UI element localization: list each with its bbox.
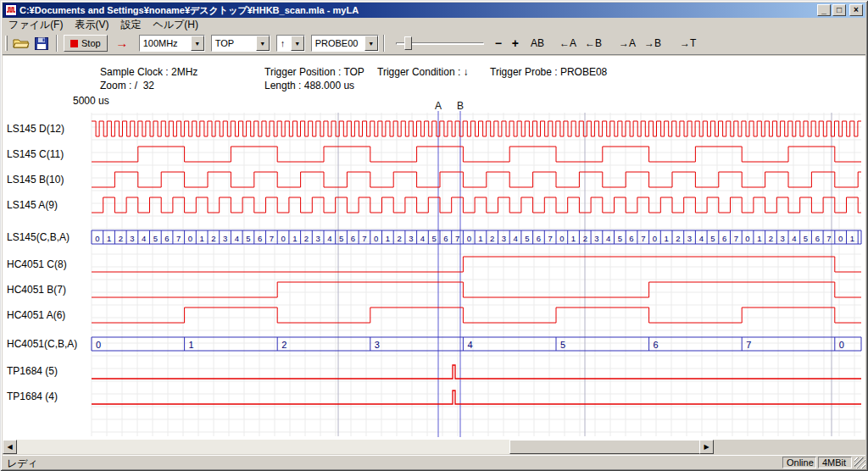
zoom-info: Zoom : / 32 (100, 80, 154, 91)
sample-clock-select[interactable]: 100MHz ▼ (139, 35, 205, 52)
goto-trigger-button[interactable]: →T (677, 37, 698, 49)
trigger-probe-select[interactable]: PROBE00 ▼ (311, 35, 379, 52)
trigger-position-value: TOP (212, 36, 256, 51)
title-bar[interactable]: C:¥Documents and Settings¥noname¥デスクトップ¥… (3, 3, 865, 18)
menu-settings[interactable]: 設定 (114, 17, 147, 33)
stop-button[interactable]: Stop (64, 35, 108, 52)
channel-label: LS145(C,B,A) (7, 231, 70, 243)
sample-clock-value: 100MHz (140, 36, 191, 51)
chevron-down-icon[interactable]: ▼ (364, 36, 378, 51)
chevron-down-icon[interactable]: ▼ (256, 36, 270, 51)
length-info: Length : 488.000 us (264, 80, 354, 91)
goto-b-right-button[interactable]: →B (642, 37, 664, 49)
zoom-slider[interactable] (396, 35, 484, 52)
menu-view[interactable]: 表示(V) (69, 17, 114, 33)
time-scale-label: 5000 us (73, 95, 109, 107)
channel-label: LS145 B(10) (7, 174, 64, 186)
floppy-disk-icon (34, 36, 49, 51)
waveform-panel[interactable] (3, 56, 865, 440)
scroll-left-icon[interactable]: ◀ (3, 440, 17, 454)
app-window: C:¥Documents and Settings¥noname¥デスクトップ¥… (0, 0, 868, 471)
status-memory-badge: 4MBit (818, 457, 852, 468)
chevron-down-icon[interactable]: ▼ (191, 36, 204, 51)
window-controls: _ □ × (817, 4, 863, 16)
toolbar-grip (5, 36, 8, 51)
goto-a-left-button[interactable]: ←A (557, 37, 579, 49)
menu-file[interactable]: ファイル(F) (3, 17, 69, 33)
trigger-condition-info: Trigger Condition : ↓ (377, 66, 469, 78)
open-button[interactable] (11, 34, 31, 53)
trigger-position-select[interactable]: TOP ▼ (211, 35, 270, 52)
channel-label: LS145 C(11) (7, 148, 64, 160)
close-button[interactable]: × (849, 4, 863, 16)
stop-square-icon (70, 40, 78, 47)
sample-clock-info: Sample Clock : 2MHz (100, 66, 198, 78)
goto-a-right-button[interactable]: →A (616, 37, 638, 49)
trigger-probe-info: Trigger Probe : PROBE08 (490, 66, 607, 78)
window-title: C:¥Documents and Settings¥noname¥デスクトップ¥… (19, 4, 817, 17)
channel-label: HC4051 A(6) (7, 309, 65, 321)
channel-label: HC4051 C(8) (7, 258, 67, 270)
folder-open-icon (13, 36, 30, 50)
zoom-in-button[interactable]: + (509, 36, 521, 50)
menu-help[interactable]: ヘルプ(H) (147, 17, 204, 33)
channel-label: TP1684 (5) (7, 365, 58, 377)
trigger-edge-select[interactable]: ↑ ▼ (276, 35, 305, 52)
channel-label: HC4051 B(7) (7, 284, 66, 296)
ab-button[interactable]: AB (528, 37, 547, 49)
marker-a-label[interactable]: A (434, 100, 442, 112)
scrollbar-row: ◀ ▶ (3, 440, 865, 454)
toolbar-separator (56, 35, 58, 52)
toolbar: Stop → 100MHz ▼ TOP ▼ ↑ ▼ PROBE00 ▼ − + … (3, 32, 865, 55)
toolbar-separator (383, 35, 385, 52)
channel-label: HC4051(C,B,A) (7, 338, 77, 350)
horizontal-scrollbar[interactable]: ◀ ▶ (3, 440, 714, 454)
resize-grip-icon[interactable] (854, 457, 865, 468)
trigger-edge-value: ↑ (277, 36, 291, 51)
run-button[interactable]: → (111, 35, 133, 52)
scrollbar-thumb[interactable] (509, 440, 700, 454)
scroll-right-icon[interactable]: ▶ (699, 440, 714, 454)
chevron-down-icon[interactable]: ▼ (291, 36, 304, 51)
trigger-position-info: Trigger Position : TOP (264, 66, 364, 78)
status-ready-text: レディ (7, 457, 38, 471)
channel-label: LS145 A(9) (7, 199, 58, 211)
maximize-button[interactable]: □ (832, 4, 846, 16)
trigger-probe-value: PROBE00 (312, 36, 364, 51)
menu-bar: ファイル(F) 表示(V) 設定 ヘルプ(H) (3, 18, 865, 32)
channel-label: LS145 D(12) (7, 123, 64, 135)
minimize-button[interactable]: _ (817, 4, 831, 16)
goto-b-left-button[interactable]: ←B (582, 37, 604, 49)
status-online-badge: Online (782, 457, 816, 468)
app-icon (5, 4, 17, 16)
save-button[interactable] (31, 34, 52, 53)
slider-thumb[interactable] (404, 36, 412, 50)
stop-label: Stop (81, 38, 101, 48)
marker-b-label[interactable]: B (456, 100, 465, 112)
channel-label: TP1684 (4) (7, 391, 58, 402)
zoom-out-button[interactable]: − (492, 36, 504, 50)
status-bar: レディ Online 4MBit (3, 455, 865, 468)
